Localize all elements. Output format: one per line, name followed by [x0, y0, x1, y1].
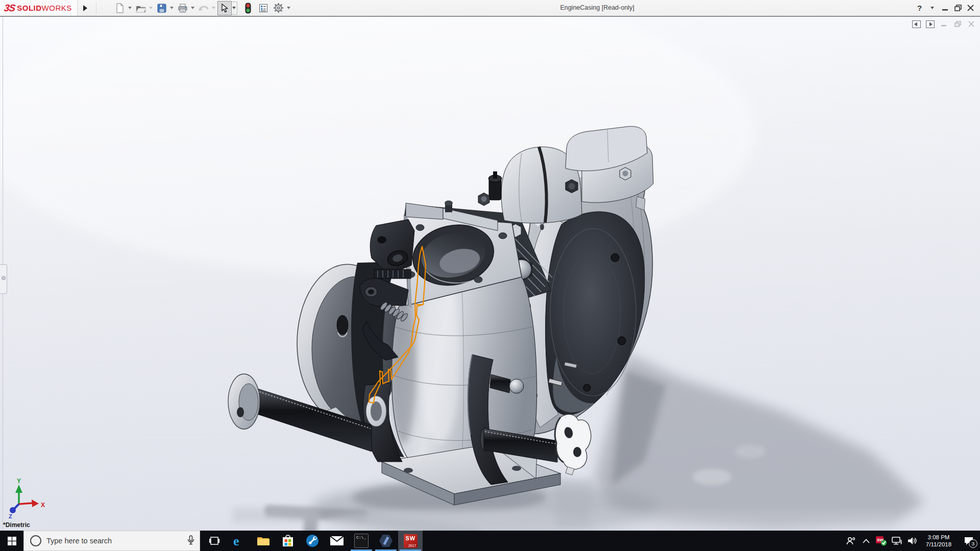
solidworks-window: { "titlebar": { "brand_mark": "3S", "bra…	[0, 0, 980, 551]
start-button[interactable]	[0, 531, 23, 551]
graphics-viewport[interactable]: Y X Z *Dimetric	[0, 17, 980, 531]
options-gear-icon	[272, 1, 286, 15]
windows-taskbar: Type here to search e	[0, 531, 980, 551]
search-placeholder: Type here to search	[46, 537, 187, 545]
select-dropdown[interactable]	[232, 2, 237, 15]
engine-casing-model[interactable]: Y X Z	[0, 17, 980, 531]
triad-x-label: X	[41, 502, 45, 509]
save-icon	[155, 1, 169, 15]
solidworks-app-icon: SW 2017	[404, 534, 418, 548]
file-properties-button[interactable]	[256, 2, 271, 15]
titlebar: 3S SOLIDWORKS	[0, 0, 980, 17]
ds-logo-mark: 3S	[3, 3, 15, 14]
print-dropdown[interactable]	[190, 2, 195, 14]
window-controls: ?	[913, 0, 980, 16]
edge-icon: e	[232, 534, 246, 547]
print-button[interactable]	[176, 2, 195, 15]
panel-tab-grip	[2, 276, 6, 280]
solidworks-taskbar-button[interactable]: SW 2017	[398, 531, 423, 551]
undo-dropdown[interactable]	[211, 2, 216, 14]
command-prompt-button[interactable]: C:\_	[349, 531, 374, 551]
system-tray: SW 3:08 PM 7/11/2018 3	[843, 531, 980, 551]
select-button[interactable]	[217, 2, 237, 15]
options-dropdown[interactable]	[286, 2, 291, 14]
help-dropdown[interactable]	[926, 2, 939, 15]
tools-app-button[interactable]	[300, 531, 325, 551]
solidworks-tray-icon[interactable]: SW	[874, 531, 889, 551]
feature-panel-collapsed-tab[interactable]	[0, 264, 7, 294]
select-cursor-icon	[217, 1, 232, 15]
print-icon	[176, 1, 190, 15]
file-explorer-button[interactable]	[251, 531, 276, 551]
help-button[interactable]: ?	[913, 2, 926, 15]
restore-button[interactable]	[951, 2, 964, 15]
file-properties-icon	[256, 1, 271, 15]
action-center-button[interactable]: 3	[958, 531, 980, 551]
wrench-circle-icon	[306, 534, 319, 547]
tray-chevron-up-icon[interactable]	[859, 531, 874, 551]
cortana-icon	[30, 535, 41, 546]
save-button[interactable]	[155, 2, 175, 15]
save-dropdown[interactable]	[169, 2, 175, 14]
view-orientation-label: *Dimetric	[3, 521, 30, 529]
taskbar-search-input[interactable]: Type here to search	[23, 531, 200, 551]
mail-icon	[330, 536, 344, 545]
document-title: EngineCasing [Read-only]	[541, 0, 653, 16]
document-window-controls	[912, 20, 976, 28]
clock-date: 7/11/2018	[922, 541, 955, 548]
command-prompt-icon: C:\_	[354, 534, 369, 548]
triad-y-label: Y	[17, 478, 21, 485]
undo-icon	[197, 1, 211, 15]
pane-right-toggle[interactable]	[925, 20, 935, 28]
open-icon	[134, 1, 148, 15]
close-button[interactable]	[964, 2, 977, 15]
hexagon-app-icon	[379, 535, 393, 547]
clock-time: 3:08 PM	[922, 534, 955, 541]
store-button[interactable]	[276, 531, 300, 551]
rebuild-button[interactable]	[241, 2, 255, 15]
undo-button[interactable]	[197, 2, 216, 15]
microphone-icon[interactable]	[187, 535, 194, 547]
triad-z-label: Z	[9, 513, 12, 519]
options-button[interactable]	[272, 2, 291, 15]
store-icon	[282, 534, 294, 547]
solidworks-logo: 3S SOLIDWORKS	[0, 0, 78, 16]
new-document-icon	[113, 1, 127, 15]
task-view-button[interactable]	[202, 531, 227, 551]
taskbar-clock[interactable]: 3:08 PM 7/11/2018	[920, 534, 958, 548]
open-button[interactable]	[134, 2, 154, 15]
pane-left-toggle[interactable]	[912, 20, 921, 28]
svg-text:e: e	[233, 534, 239, 547]
network-icon[interactable]	[889, 531, 904, 551]
volume-icon[interactable]	[904, 531, 920, 551]
taskbar-apps: e C:\_	[202, 531, 423, 551]
rebuild-traffic-light-icon	[241, 1, 255, 15]
hexagon-app-button[interactable]	[374, 531, 398, 551]
doc-close-button[interactable]	[967, 20, 976, 28]
open-dropdown[interactable]	[148, 2, 154, 14]
mail-button[interactable]	[325, 531, 349, 551]
edge-button[interactable]: e	[227, 531, 251, 551]
toolbar-separator	[96, 3, 96, 14]
folder-icon	[257, 535, 270, 546]
toolbar-flyout-arrow-icon[interactable]	[81, 4, 90, 13]
doc-minimize-button[interactable]	[939, 20, 948, 28]
windows-logo-icon	[8, 537, 16, 545]
notification-badge: 3	[969, 539, 977, 548]
new-document-dropdown[interactable]	[127, 2, 133, 14]
new-document-button[interactable]	[113, 2, 133, 15]
minimize-button[interactable]	[939, 2, 951, 15]
brand-text: SOLIDWORKS	[17, 4, 72, 12]
people-icon[interactable]	[843, 531, 859, 551]
doc-restore-button[interactable]	[953, 20, 962, 28]
